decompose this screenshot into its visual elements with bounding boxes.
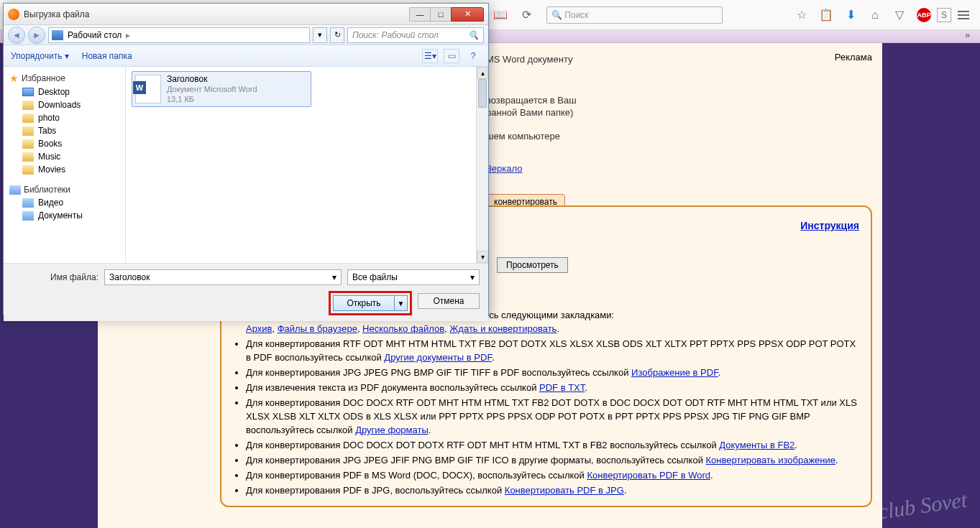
list-item: Для конвертирования RTF ODT MHT HTM HTML… [246, 337, 859, 364]
filename-label: Имя файла: [12, 272, 99, 282]
minimize-button[interactable]: — [409, 7, 431, 22]
documents-lib-icon [22, 211, 34, 221]
file-size: 13,1 КБ [167, 94, 257, 104]
open-button[interactable]: Открыть [333, 295, 395, 311]
menu-icon[interactable] [953, 4, 974, 26]
help-icon[interactable]: ? [465, 49, 481, 63]
sidebar-item-tabs[interactable]: Tabs [6, 124, 122, 137]
nav-forward-icon[interactable]: ► [28, 27, 45, 44]
maximize-button[interactable]: □ [430, 7, 452, 22]
open-dropdown-icon[interactable]: ▼ [395, 295, 408, 311]
file-list[interactable]: Заголовок Документ Microsoft Word 13,1 К… [126, 67, 488, 263]
preview-pane-icon[interactable]: ▭ [444, 49, 459, 63]
sidebar-item-photo[interactable]: photo [6, 111, 122, 124]
file-type: Документ Microsoft Word [167, 84, 257, 94]
reload-icon[interactable]: ⟳ [515, 4, 538, 26]
files-in-browser-link[interactable]: Файлы в браузере [278, 323, 357, 334]
list-item: Для конвертирования JPG JPEG JFIF PNG BM… [246, 453, 859, 467]
open-button-highlight: Открыть ▼ [329, 291, 412, 315]
folder-icon [22, 126, 34, 136]
dialog-body: ★Избранное Desktop Downloads photo Tabs … [4, 67, 488, 263]
list-item: Для конвертирования PDF в JPG, воспользу… [246, 483, 859, 497]
refresh-icon[interactable]: ↻ [330, 27, 344, 43]
dialog-toolbar: Упорядочить ▾ Новая папка ☰▾ ▭ ? [4, 45, 488, 67]
convert-image-link[interactable]: Конвертировать изображение [706, 455, 835, 466]
ad-label: Реклама [835, 52, 872, 62]
dialog-footer: Имя файла: Заголовок▾ Все файлы▾ Открыть… [4, 263, 488, 321]
wait-and-convert-link[interactable]: Ждать и конвертировать [449, 323, 557, 334]
abp-icon[interactable]: ABP [912, 4, 935, 26]
firefox-icon [8, 9, 19, 20]
mirror-link[interactable]: Зеркало [486, 163, 522, 174]
dialog-address-bar: ◄ ► Рабочий стол ▸ ▾ ↻ Поиск: Рабочий ст… [4, 25, 488, 45]
breadcrumb-label: Рабочий стол [68, 30, 122, 40]
close-button[interactable]: ✕ [451, 7, 484, 22]
search-icon: 🔍 [551, 10, 562, 20]
docs-to-fb2-link[interactable]: Документы в FB2 [719, 440, 794, 450]
pocket-icon[interactable]: ▽ [888, 4, 911, 26]
archive-link[interactable]: Архив [246, 323, 272, 334]
sidebar-item-documents[interactable]: Документы [6, 209, 122, 222]
folder-icon [22, 152, 34, 162]
cancel-button[interactable]: Отмена [418, 293, 480, 309]
sidebar-item-books[interactable]: Books [6, 137, 122, 150]
sidebar-item-movies[interactable]: Movies [6, 163, 122, 176]
scroll-thumb[interactable] [478, 79, 487, 108]
library-icon[interactable]: 📋 [815, 4, 838, 26]
sidebar-item-video[interactable]: Видео [6, 196, 122, 209]
file-upload-dialog: Выгрузка файла — □ ✕ ◄ ► Рабочий стол ▸ … [3, 3, 489, 315]
vertical-scrollbar[interactable]: ▴ ▾ [476, 67, 488, 263]
filename-input[interactable]: Заголовок▾ [104, 269, 342, 285]
search-placeholder: Поиск [564, 10, 588, 20]
list-item: Для конвертирования PDF в MS Word (DOC, … [246, 468, 859, 482]
favorites-header[interactable]: ★Избранное [6, 71, 122, 85]
other-formats-link[interactable]: Другие форматы [355, 425, 429, 435]
library-icon [9, 185, 21, 195]
list-item: Для конвертирования JPG JPEG PNG BMP GIF… [246, 366, 859, 379]
downloads-icon[interactable]: ⬇ [839, 4, 862, 26]
browse-button[interactable]: Просмотреть [497, 257, 568, 273]
sidebar-item-desktop[interactable]: Desktop [6, 85, 122, 98]
page-text-fragment: MS Word документу возвращается в Ваш ран… [486, 53, 577, 175]
organize-menu[interactable]: Упорядочить ▾ [11, 51, 69, 61]
pdf-to-word-link[interactable]: Конвертировать PDF в Word [587, 470, 710, 481]
multiple-files-link[interactable]: Несколько файлов [362, 323, 444, 334]
watermark: club Sovet [876, 488, 968, 524]
bookmarks-overflow-icon[interactable]: » [965, 30, 970, 40]
search-input[interactable]: 🔍 Поиск [546, 6, 723, 24]
sidebar-item-music[interactable]: Music [6, 150, 122, 163]
image-to-pdf-link[interactable]: Изображение в PDF [631, 367, 718, 378]
scroll-down-icon[interactable]: ▾ [477, 251, 488, 263]
reader-mode-icon[interactable]: 📖 [489, 4, 512, 26]
libraries-header[interactable]: Библиотеки [6, 183, 122, 196]
scroll-up-icon[interactable]: ▴ [477, 67, 488, 79]
folder-icon [22, 139, 34, 149]
new-folder-button[interactable]: Новая папка [82, 51, 132, 61]
sidebar-item-downloads[interactable]: Downloads [6, 98, 122, 111]
file-item-selected[interactable]: Заголовок Документ Microsoft Word 13,1 К… [132, 71, 311, 107]
home-icon[interactable]: ⌂ [864, 4, 887, 26]
list-item: Для конвертирования DOC DOCX RTF ODT MHT… [246, 396, 859, 437]
folder-icon [22, 114, 34, 123]
other-docs-pdf-link[interactable]: Другие документы в PDF [384, 352, 492, 363]
view-mode-icon[interactable]: ☰▾ [422, 49, 438, 63]
help-bullet-list: Для конвертирования нескольких файлов во… [246, 308, 859, 497]
breadcrumb[interactable]: Рабочий стол ▸ [48, 27, 310, 43]
pdf-to-jpg-link[interactable]: Конвертировать PDF в JPG [505, 485, 624, 496]
list-item: Для конвертирования DOC DOCX DOT DOTX RT… [246, 438, 859, 452]
desktop-icon [52, 30, 63, 40]
dialog-search-placeholder: Поиск: Рабочий стол [352, 30, 439, 40]
search-icon: 🔍 [468, 30, 479, 40]
dialog-search-input[interactable]: Поиск: Рабочий стол 🔍 [347, 27, 484, 43]
folder-icon [22, 165, 34, 175]
list-item: Для извлечения текста из PDF документа в… [246, 381, 859, 394]
breadcrumb-dropdown-icon[interactable]: ▾ [313, 27, 327, 43]
bookmark-star-icon[interactable]: ☆ [790, 4, 813, 26]
pdf-to-txt-link[interactable]: PDF в TXT [539, 382, 585, 393]
nav-back-icon[interactable]: ◄ [8, 27, 25, 44]
s-icon[interactable]: S [937, 8, 951, 22]
filetype-filter[interactable]: Все файлы▾ [347, 269, 480, 285]
file-name: Заголовок [167, 74, 257, 84]
dialog-titlebar[interactable]: Выгрузка файла — □ ✕ [4, 4, 488, 25]
star-icon: ★ [9, 73, 19, 84]
